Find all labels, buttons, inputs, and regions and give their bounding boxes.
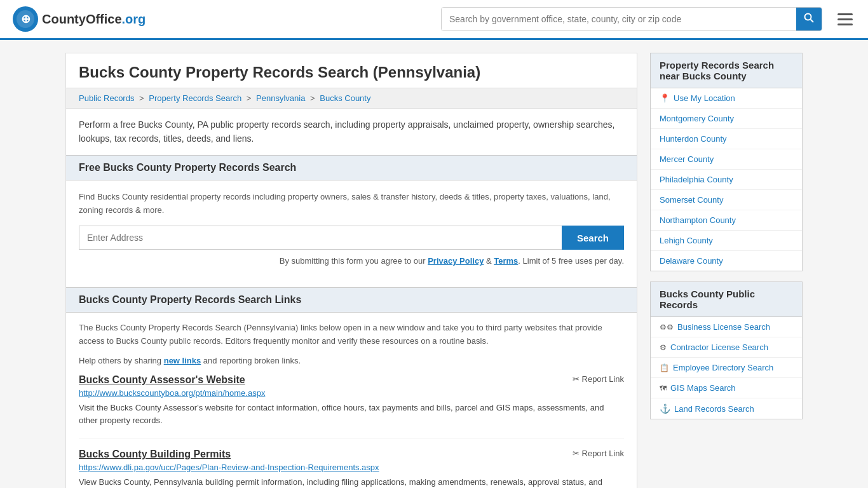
scissors-icon-2: ✂ xyxy=(573,449,580,458)
menu-bar-bot xyxy=(837,24,853,25)
site-header: ⊕ CountyOffice.org xyxy=(0,0,868,40)
sidebar-item-gis-maps[interactable]: 🗺 GIS Maps Search xyxy=(651,378,802,398)
sidebar-item-land-records[interactable]: ⚓ Land Records Search xyxy=(651,398,802,419)
philadelphia-county-link[interactable]: Philadelphia County xyxy=(660,175,733,184)
building-permits-desc: View Bucks County, Pennsylvania building… xyxy=(79,476,624,488)
search-submit-button[interactable]: Search xyxy=(562,226,624,250)
free-search-header: Free Bucks County Property Records Searc… xyxy=(66,155,637,180)
logo-text: CountyOffice.org xyxy=(42,12,146,27)
employee-directory-link[interactable]: Employee Directory Search xyxy=(673,363,773,372)
building-permits-url[interactable]: https://www.dli.pa.gov/ucc/Pages/Plan-Re… xyxy=(79,463,624,472)
search-form-area: Find Bucks County residential property r… xyxy=(66,180,637,287)
link-item-building-title: Bucks County Building Permits xyxy=(79,449,231,460)
sidebar-item-lehigh[interactable]: Lehigh County xyxy=(651,231,802,251)
logo[interactable]: ⊕ CountyOffice.org xyxy=(13,6,146,32)
sidebar-use-my-location[interactable]: 📍 Use My Location xyxy=(651,88,802,109)
privacy-policy-link[interactable]: Privacy Policy xyxy=(428,256,484,266)
sidebar: Property Records Search near Bucks Count… xyxy=(650,53,803,488)
form-disclaimer: By submitting this form you agree to our… xyxy=(79,255,624,268)
anchor-icon: ⚓ xyxy=(660,403,670,414)
header-search-bar xyxy=(441,7,822,31)
svg-line-4 xyxy=(811,20,814,23)
menu-bar-top xyxy=(837,13,853,15)
assessor-link[interactable]: Bucks County Assessor's Website xyxy=(79,374,245,385)
assessor-url[interactable]: http://www.buckscountyboa.org/pt/main/ho… xyxy=(79,388,624,398)
sidebar-item-hunterdon[interactable]: Hunterdon County xyxy=(651,129,802,149)
link-item-assessor-header: Bucks County Assessor's Website ✂ Report… xyxy=(79,374,624,386)
gis-maps-link[interactable]: GIS Maps Search xyxy=(670,383,736,393)
breadcrumb-pennsylvania[interactable]: Pennsylvania xyxy=(256,93,305,103)
share-suffix: and reporting broken links. xyxy=(201,356,301,365)
sidebar-item-northampton[interactable]: Northampton County xyxy=(651,210,802,231)
links-section: The Bucks County Property Records Search… xyxy=(66,313,637,488)
breadcrumb-sep-3: > xyxy=(310,93,317,103)
link-item-building-header: Bucks County Building Permits ✂ Report L… xyxy=(79,449,624,460)
header-search-input[interactable] xyxy=(442,8,796,30)
sidebar-item-somerset[interactable]: Somerset County xyxy=(651,190,802,210)
terms-link[interactable]: Terms xyxy=(494,256,518,266)
somerset-county-link[interactable]: Somerset County xyxy=(660,195,723,205)
hunterdon-county-link[interactable]: Hunterdon County xyxy=(660,134,727,144)
sidebar-item-philadelphia[interactable]: Philadelphia County xyxy=(651,170,802,190)
sidebar-item-contractor-license[interactable]: ⚙ Contractor License Search xyxy=(651,337,802,358)
new-links-link[interactable]: new links xyxy=(164,356,201,365)
map-icon: 🗺 xyxy=(660,384,667,392)
sidebar-public-records-links: ⚙⚙ Business License Search ⚙ Contractor … xyxy=(650,317,803,419)
share-prefix: Help others by sharing xyxy=(79,356,164,365)
logo-icon: ⊕ xyxy=(13,6,38,32)
breadcrumb: Public Records > Property Records Search… xyxy=(66,88,637,109)
main-content: Bucks County Property Records Search (Pe… xyxy=(65,53,637,488)
disclaimer-and: & xyxy=(484,256,494,266)
report-link-label-1: Report Link xyxy=(582,374,624,384)
svg-point-3 xyxy=(805,14,811,20)
breadcrumb-public-records[interactable]: Public Records xyxy=(79,93,134,103)
link-item-assessor: Bucks County Assessor's Website ✂ Report… xyxy=(79,374,624,439)
sidebar-item-business-license[interactable]: ⚙⚙ Business License Search xyxy=(651,317,802,337)
breadcrumb-property-records[interactable]: Property Records Search xyxy=(149,93,241,103)
sidebar-item-delaware[interactable]: Delaware County xyxy=(651,251,802,271)
report-link-button-1[interactable]: ✂ Report Link xyxy=(573,374,624,384)
scissors-icon: ✂ xyxy=(573,374,580,384)
menu-bar-mid xyxy=(837,18,853,20)
main-layout: Bucks County Property Records Search (Pe… xyxy=(53,53,815,488)
sidebar-item-employee-directory[interactable]: 📋 Employee Directory Search xyxy=(651,358,802,378)
sidebar-item-mercer[interactable]: Mercer County xyxy=(651,149,802,170)
links-intro: The Bucks County Property Records Search… xyxy=(79,322,624,348)
business-license-link[interactable]: Business License Search xyxy=(677,322,770,332)
building-permits-link[interactable]: Bucks County Building Permits xyxy=(79,449,231,459)
montgomery-county-link[interactable]: Montgomery County xyxy=(660,114,734,123)
header-search-button[interactable] xyxy=(796,8,822,30)
contractor-license-link[interactable]: Contractor License Search xyxy=(670,342,768,352)
sidebar-public-records-header: Bucks County Public Records xyxy=(650,281,803,317)
link-item-building-permits: Bucks County Building Permits ✂ Report L… xyxy=(79,449,624,488)
mercer-county-link[interactable]: Mercer County xyxy=(660,154,714,164)
gear1-icon: ⚙ xyxy=(660,343,667,352)
northampton-county-link[interactable]: Northampton County xyxy=(660,215,736,225)
sidebar-nearby-header: Property Records Search near Bucks Count… xyxy=(650,53,803,88)
sidebar-nearby-links: 📍 Use My Location Montgomery County Hunt… xyxy=(650,88,803,271)
page-description: Perform a free Bucks County, PA public p… xyxy=(66,109,637,155)
lehigh-county-link[interactable]: Lehigh County xyxy=(660,236,713,245)
book-icon: 📋 xyxy=(660,363,669,372)
address-search-row: Search xyxy=(79,226,624,250)
search-icon xyxy=(804,13,814,23)
land-records-link[interactable]: Land Records Search xyxy=(674,404,754,414)
svg-text:⊕: ⊕ xyxy=(21,13,31,25)
use-my-location-link[interactable]: Use My Location xyxy=(674,93,735,103)
gear2-icon: ⚙⚙ xyxy=(660,323,674,332)
sidebar-item-montgomery[interactable]: Montgomery County xyxy=(651,109,802,129)
delaware-county-link[interactable]: Delaware County xyxy=(660,256,723,266)
location-pin-icon: 📍 xyxy=(660,93,670,103)
page-title: Bucks County Property Records Search (Pe… xyxy=(66,53,637,88)
breadcrumb-bucks-county[interactable]: Bucks County xyxy=(320,93,370,103)
disclaimer-prefix: By submitting this form you agree to our xyxy=(280,256,428,266)
breadcrumb-sep-1: > xyxy=(139,93,146,103)
address-input[interactable] xyxy=(79,226,562,250)
links-section-header: Bucks County Property Records Search Lin… xyxy=(66,287,637,313)
hamburger-menu-button[interactable] xyxy=(835,11,855,28)
report-link-button-2[interactable]: ✂ Report Link xyxy=(573,449,624,458)
search-form-description: Find Bucks County residential property r… xyxy=(79,191,624,217)
disclaimer-suffix: . Limit of 5 free uses per day. xyxy=(518,256,624,266)
link-item-assessor-title: Bucks County Assessor's Website xyxy=(79,374,245,386)
assessor-desc: Visit the Bucks County Assessor's websit… xyxy=(79,402,624,428)
